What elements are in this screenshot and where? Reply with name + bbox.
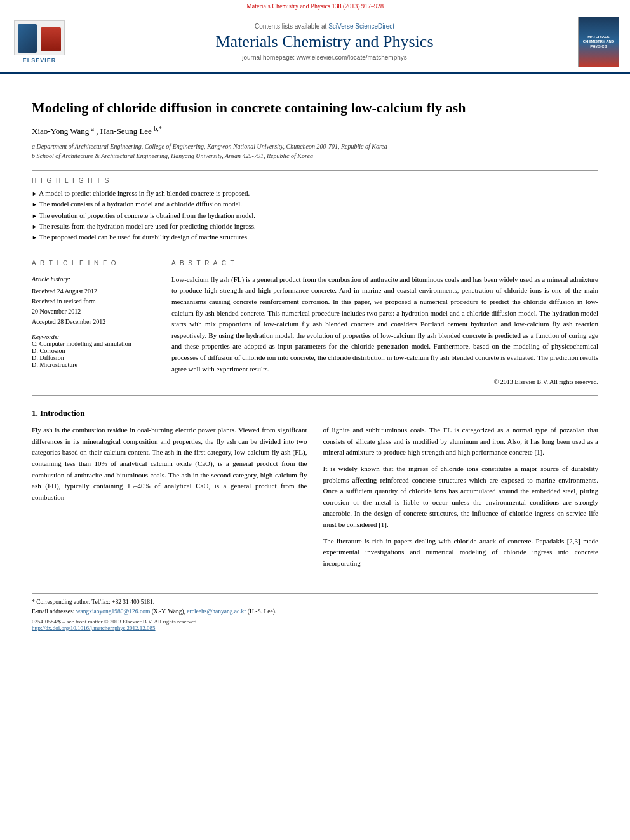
author-b-sup: b,* (154, 125, 162, 132)
doi-link[interactable]: http://dx.doi.org/10.1016/j.matchemphys.… (32, 625, 156, 631)
journal-reference-bar: Materials Chemistry and Physics 138 (201… (0, 0, 630, 11)
keyword-3: D: Diffusion (32, 354, 159, 361)
journal-ref-text: Materials Chemistry and Physics 138 (201… (246, 3, 384, 10)
elsevier-brand-text: ELSEVIER (23, 57, 57, 63)
history-label: Article history: (32, 274, 159, 284)
article-info-col: A R T I C L E I N F O Article history: R… (32, 260, 159, 385)
affiliations: a Department of Architectural Engineerin… (32, 142, 598, 161)
highlight-item: A model to predict chloride ingress in f… (32, 188, 598, 199)
email-lee-note: (H.-S. Lee). (248, 608, 276, 615)
highlights-section: H I G H L I G H T S A model to predict c… (32, 177, 598, 243)
email-line: E-mail addresses: wangxiaoyong1980@126.c… (32, 607, 598, 616)
intro-right-col: of lignite and subbituminous coals. The … (323, 425, 599, 574)
elsevier-logo-image (14, 20, 65, 55)
highlights-list: A model to predict chloride ingress in f… (32, 188, 598, 243)
doi-bar: 0254-0584/$ – see front matter © 2013 El… (32, 618, 598, 631)
main-content: Modeling of chloride diffusion in concre… (0, 74, 630, 644)
highlight-item: The evolution of properties of concrete … (32, 210, 598, 221)
abstract-label: A B S T R A C T (171, 260, 598, 269)
intro-para-4: The literature is rich in papers dealing… (323, 536, 599, 570)
copyright: © 2013 Elsevier B.V. All rights reserved… (171, 378, 598, 385)
divider-1 (32, 170, 598, 171)
highlight-item: The model consists of a hydration model … (32, 199, 598, 210)
authors-line: Xiao-Yong Wang a , Han-Seung Lee b,* (32, 125, 598, 137)
intro-title: Introduction (40, 408, 85, 418)
sciverse-link-area: Contents lists available at SciVerse Sci… (77, 23, 572, 30)
article-info-label: A R T I C L E I N F O (32, 260, 159, 269)
keyword-2: D: Corrosion (32, 347, 159, 354)
email-label: E-mail addresses: (32, 608, 74, 615)
article-history: Article history: Received 24 August 2012… (32, 274, 159, 327)
author-comma: , Han-Seung Lee (96, 126, 152, 136)
keywords-section: Keywords: C: Computer modelling and simu… (32, 333, 159, 368)
elsevier-logo-area: ELSEVIER (8, 20, 71, 63)
corresponding-note: * Corresponding author. Tel/fax: +82 31 … (32, 597, 598, 606)
journal-title-area: Contents lists available at SciVerse Sci… (77, 23, 572, 61)
affiliation-b: b School of Architecture & Architectural… (32, 151, 598, 161)
highlight-item: The results from the hydration model are… (32, 221, 598, 232)
issn-line: 0254-0584/$ – see front matter © 2013 El… (32, 618, 598, 625)
email-lee-link[interactable]: ercleehs@hanyang.ac.kr (187, 608, 246, 615)
divider-2 (32, 250, 598, 250)
journal-header: ELSEVIER Contents lists available at Sci… (0, 11, 630, 74)
intro-body: Fly ash is the combustion residue in coa… (32, 425, 598, 574)
cover-title-text: MATERIALS CHEMISTRY AND PHYSICS (580, 35, 617, 49)
keyword-4: D: Microstructure (32, 361, 159, 368)
intro-left-col: Fly ash is the combustion residue in coa… (32, 425, 307, 574)
author-a-sup: a (91, 125, 93, 132)
highlights-label: H I G H L I G H T S (32, 177, 598, 184)
intro-heading: 1. Introduction (32, 408, 598, 418)
keywords-label: Keywords: (32, 333, 159, 340)
divider-3 (32, 395, 598, 396)
highlight-item: The proposed model can be used for durab… (32, 232, 598, 243)
email-wang-note: (X.-Y. Wang), (152, 608, 185, 615)
author-xiao-yong: Xiao-Yong Wang (32, 126, 89, 136)
footnotes: * Corresponding author. Tel/fax: +82 31 … (32, 593, 598, 616)
abstract-text: Low-calcium fly ash (FL) is a general pr… (171, 274, 598, 375)
intro-para-3: It is widely known that the ingress of c… (323, 463, 599, 531)
sciverse-link[interactable]: SciVerse ScienceDirect (328, 23, 394, 30)
revised-date: Received in revised form20 November 2012 (32, 297, 159, 317)
sciverse-prefix: Contents lists available at (255, 23, 326, 30)
accepted-date: Accepted 28 December 2012 (32, 317, 159, 327)
intro-para-1: Fly ash is the combustion residue in coa… (32, 425, 307, 503)
intro-number: 1. (32, 408, 40, 418)
keyword-1: C: Computer modelling and simulation (32, 340, 159, 347)
journal-homepage: journal homepage: www.elsevier.com/locat… (77, 54, 572, 61)
article-info-abstract: A R T I C L E I N F O Article history: R… (32, 260, 598, 385)
journal-title: Materials Chemistry and Physics (77, 32, 572, 51)
introduction-section: 1. Introduction Fly ash is the combustio… (32, 408, 598, 574)
email-wang-link[interactable]: wangxiaoyong1980@126.com (76, 608, 151, 615)
abstract-col: A B S T R A C T Low-calcium fly ash (FL)… (171, 260, 598, 385)
affiliation-a: a Department of Architectural Engineerin… (32, 142, 598, 151)
article-title: Modeling of chloride diffusion in concre… (32, 99, 598, 117)
elsevier-logo: ELSEVIER (8, 20, 71, 63)
intro-para-2: of lignite and subbituminous coals. The … (323, 425, 599, 458)
journal-cover-area: MATERIALS CHEMISTRY AND PHYSICS (578, 17, 622, 67)
received-date: Received 24 August 2012 (32, 286, 159, 297)
journal-cover-image: MATERIALS CHEMISTRY AND PHYSICS (578, 17, 619, 67)
doi-line: http://dx.doi.org/10.1016/j.matchemphys.… (32, 625, 598, 631)
